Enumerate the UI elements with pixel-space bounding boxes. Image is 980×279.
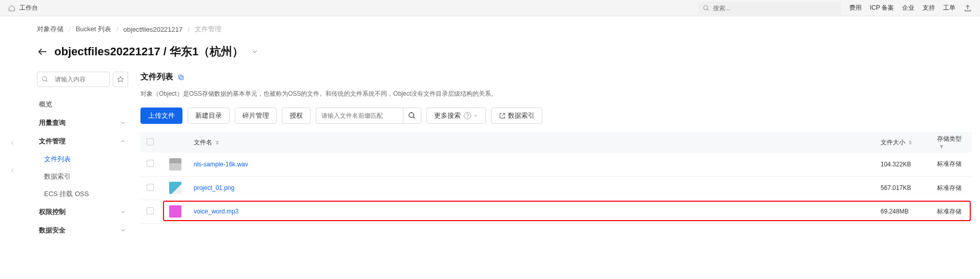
chevron-down-icon — [120, 120, 126, 126]
fragment-button[interactable]: 碎片管理 — [235, 108, 277, 124]
chevron-down-icon — [120, 209, 126, 215]
sidebar-search-input[interactable] — [55, 76, 105, 83]
chevron-down-icon — [120, 227, 126, 233]
sidebar-item-label: 文件管理 — [39, 137, 66, 146]
storage-type: 标准存储 — [931, 153, 972, 176]
prefix-input[interactable] — [316, 108, 403, 124]
search-icon — [703, 5, 710, 12]
breadcrumb-item[interactable]: objectfiles20221217 — [124, 26, 183, 33]
actions-row: 上传文件 新建目录 碎片管理 授权 更多搜索 ? — [140, 108, 972, 124]
col-header-label: 文件大小 — [881, 139, 905, 146]
favorite-button[interactable] — [113, 72, 128, 87]
upload-button[interactable]: 上传文件 — [140, 108, 182, 124]
sidebar-item-security[interactable]: 数据安全 — [37, 221, 128, 240]
col-filename[interactable]: 文件名 — [188, 132, 874, 153]
sidebar-sub-ecsmount[interactable]: ECS 挂载 OSS — [37, 185, 128, 203]
prefix-search-button[interactable] — [403, 108, 421, 124]
sidebar-item-label: 概览 — [39, 100, 52, 109]
sidebar-sub-dataindex[interactable]: 数据索引 — [37, 168, 128, 185]
svg-rect-6 — [180, 76, 183, 79]
global-search[interactable] — [698, 2, 841, 15]
sidebar-item-access[interactable]: 权限控制 — [37, 203, 128, 221]
sidebar-item-label: 用量查询 — [39, 118, 66, 127]
file-size: 69.248MB — [874, 200, 931, 223]
two-column: 概览 用量查询 文件管理 文件列表 数据索引 ECS 挂载 OSS 权限控制 — [37, 72, 972, 240]
top-link-icp[interactable]: ICP 备案 — [870, 4, 894, 12]
more-search-button[interactable]: 更多搜索 ? — [426, 108, 486, 124]
main-layout: 对象存储 / Bucket 列表 / objectfiles20221217 /… — [0, 16, 980, 240]
sidebar-item-label: 数据安全 — [39, 226, 66, 235]
panel-title: 文件列表 — [140, 72, 173, 82]
chevron-up-icon — [120, 138, 126, 144]
col-header-label: 存储类型 — [937, 135, 962, 142]
file-type-icon — [169, 158, 181, 170]
copy-icon[interactable] — [177, 74, 185, 81]
col-header-label: 文件名 — [194, 139, 212, 146]
workbench-label[interactable]: 工作台 — [19, 4, 38, 12]
file-link[interactable]: voice_word.mp3 — [194, 208, 238, 215]
top-link-cost[interactable]: 费用 — [849, 4, 862, 12]
filter-icon — [939, 144, 944, 149]
top-link-enterprise[interactable]: 企业 — [902, 4, 914, 12]
col-filesize[interactable]: 文件大小 — [874, 132, 931, 153]
sidebar-item-overview[interactable]: 概览 — [37, 95, 128, 114]
row-checkbox[interactable] — [147, 160, 154, 167]
file-type-icon — [169, 205, 181, 218]
table-row[interactable]: project_01.png 567.017KB 标准存储 — [140, 176, 972, 200]
search-icon — [408, 112, 416, 120]
chevron-left-icon[interactable] — [9, 167, 16, 174]
chevron-left-icon[interactable] — [9, 139, 16, 146]
sidebar-item-label: 权限控制 — [39, 207, 66, 217]
sidebar-item-usage[interactable]: 用量查询 — [37, 114, 128, 132]
share-icon[interactable] — [964, 4, 972, 12]
chevron-down-icon[interactable] — [251, 48, 259, 56]
table-row[interactable]: nls-sample-16k.wav 104.322KB 标准存储 — [140, 153, 972, 176]
sort-icon — [216, 140, 219, 145]
breadcrumb: 对象存储 / Bucket 列表 / objectfiles20221217 /… — [37, 25, 972, 34]
mkdir-button[interactable]: 新建目录 — [188, 108, 230, 124]
storage-type: 标准存储 — [931, 176, 972, 200]
top-link-support[interactable]: 支持 — [923, 4, 935, 12]
sidebar: 概览 用量查询 文件管理 文件列表 数据索引 ECS 挂载 OSS 权限控制 — [37, 72, 128, 240]
select-all-checkbox[interactable] — [147, 138, 154, 145]
content-area: 对象存储 / Bucket 列表 / objectfiles20221217 /… — [25, 16, 980, 240]
help-icon: ? — [464, 112, 471, 119]
file-link[interactable]: project_01.png — [194, 184, 234, 191]
svg-line-1 — [707, 9, 709, 10]
col-checkbox — [140, 132, 163, 153]
row-checkbox[interactable] — [147, 184, 154, 191]
panel-title-row: 文件列表 — [140, 72, 972, 82]
data-index-button[interactable]: 数据索引 — [491, 108, 542, 124]
table-row[interactable]: voice_word.mp3 69.248MB 标准存储 — [140, 200, 972, 223]
svg-marker-5 — [117, 76, 124, 82]
sidebar-item-files[interactable]: 文件管理 — [37, 132, 128, 151]
svg-point-3 — [43, 77, 47, 81]
top-link-ticket[interactable]: 工单 — [943, 4, 955, 12]
back-arrow-icon[interactable] — [37, 46, 48, 57]
breadcrumb-item[interactable]: 对象存储 — [37, 25, 64, 34]
data-index-label: 数据索引 — [508, 111, 535, 120]
file-table: 文件名 文件大小 存储类型 — [140, 132, 972, 224]
panel-description: 对象（Object）是OSS存储数据的基本单元，也被称为OSS的文件。和传统的文… — [140, 90, 972, 98]
top-right: 费用 ICP 备案 企业 支持 工单 — [698, 2, 972, 15]
page-title: objectfiles20221217 / 华东1（杭州） — [54, 44, 243, 59]
top-left: 工作台 — [8, 4, 38, 12]
global-search-input[interactable] — [713, 5, 836, 12]
breadcrumb-item[interactable]: Bucket 列表 — [76, 25, 111, 34]
auth-button[interactable]: 授权 — [282, 108, 311, 124]
sidebar-search-row — [37, 72, 128, 87]
page-title-row: objectfiles20221217 / 华东1（杭州） — [37, 44, 972, 59]
row-checkbox[interactable] — [147, 207, 154, 214]
breadcrumb-item-current: 文件管理 — [195, 25, 221, 34]
star-icon — [117, 76, 124, 83]
col-storage-type[interactable]: 存储类型 — [931, 132, 972, 153]
file-size: 104.322KB — [874, 153, 931, 176]
main-panel: 文件列表 对象（Object）是OSS存储数据的基本单元，也被称为OSS的文件。… — [140, 72, 972, 240]
svg-line-9 — [413, 117, 415, 118]
sidebar-sub-filelist[interactable]: 文件列表 — [37, 151, 128, 168]
more-search-label: 更多搜索 — [434, 111, 461, 120]
file-link[interactable]: nls-sample-16k.wav — [194, 161, 248, 168]
external-link-icon — [499, 112, 506, 119]
sidebar-search-box[interactable] — [37, 72, 110, 87]
svg-point-8 — [409, 113, 414, 117]
